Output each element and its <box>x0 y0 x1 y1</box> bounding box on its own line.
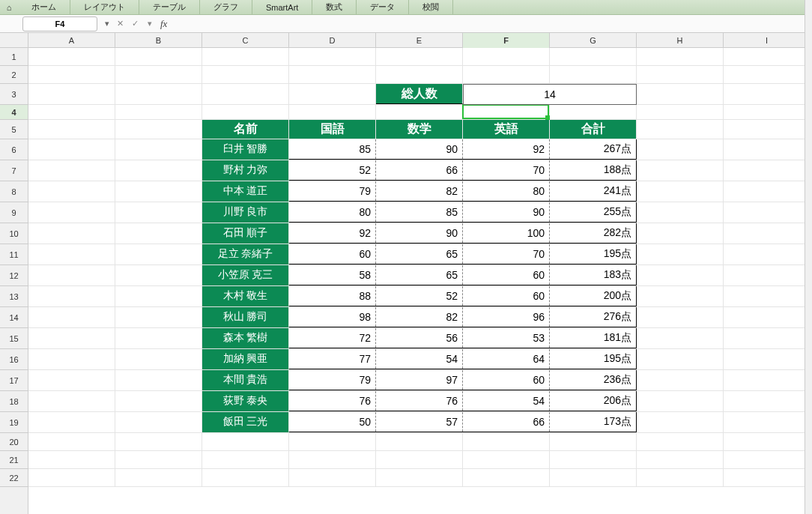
row-header-16[interactable]: 16 <box>0 349 28 370</box>
cell-I21[interactable] <box>724 451 811 468</box>
cell-G20[interactable] <box>550 433 637 450</box>
cell-I10[interactable] <box>724 223 811 244</box>
cell-A3[interactable] <box>28 84 115 104</box>
cell-F7[interactable]: 70 <box>463 160 550 181</box>
cell-G4[interactable] <box>550 105 637 119</box>
fx-icon[interactable]: fx <box>160 18 167 30</box>
cell-A21[interactable] <box>28 451 115 468</box>
cell-I18[interactable] <box>724 391 811 411</box>
cell-C8[interactable]: 中本 道正 <box>202 181 289 202</box>
cell-I8[interactable] <box>724 181 811 202</box>
cell-B1[interactable] <box>115 48 202 65</box>
col-header-C[interactable]: C <box>202 33 289 48</box>
cell-H5[interactable] <box>637 120 724 139</box>
cell-C22[interactable] <box>202 469 289 486</box>
cell-F1[interactable] <box>463 48 550 65</box>
cell-F2[interactable] <box>463 66 550 83</box>
cell-H20[interactable] <box>637 433 724 450</box>
cell-H18[interactable] <box>637 391 724 411</box>
cell-I7[interactable] <box>724 160 811 181</box>
cell-G7[interactable]: 188点 <box>550 160 637 181</box>
cell-B9[interactable] <box>115 202 202 223</box>
cell-C15[interactable]: 森本 繁樹 <box>202 328 289 348</box>
cell-F11[interactable]: 70 <box>463 244 550 264</box>
cell-F17[interactable]: 60 <box>463 370 550 390</box>
cell-F21[interactable] <box>463 451 550 468</box>
cell-A8[interactable] <box>28 181 115 202</box>
cell-H2[interactable] <box>637 66 724 83</box>
col-header-I[interactable]: I <box>724 33 811 48</box>
cell-E3[interactable]: 総人数 <box>376 84 463 104</box>
cell-G1[interactable] <box>550 48 637 65</box>
cell-D1[interactable] <box>289 48 376 65</box>
cell-G11[interactable]: 195点 <box>550 244 637 264</box>
cell-G13[interactable]: 200点 <box>550 286 637 306</box>
cell-F22[interactable] <box>463 469 550 486</box>
cell-B16[interactable] <box>115 349 202 369</box>
cell-C19[interactable]: 飯田 三光 <box>202 412 289 432</box>
cell-B7[interactable] <box>115 160 202 181</box>
col-header-A[interactable]: A <box>28 33 115 48</box>
cell-H6[interactable] <box>637 139 724 160</box>
cell-E18[interactable]: 76 <box>376 391 463 411</box>
cell-E10[interactable]: 90 <box>376 223 463 244</box>
ribbon-tab-2[interactable]: テーブル <box>139 0 200 14</box>
cell-D9[interactable]: 80 <box>289 202 376 223</box>
cell-D16[interactable]: 77 <box>289 349 376 369</box>
cell-F5[interactable]: 英語 <box>463 120 550 139</box>
cell-E9[interactable]: 85 <box>376 202 463 223</box>
cell-C14[interactable]: 秋山 勝司 <box>202 307 289 327</box>
cell-F13[interactable]: 60 <box>463 286 550 306</box>
cell-D22[interactable] <box>289 469 376 486</box>
ribbon-tab-1[interactable]: レイアウト <box>70 0 139 14</box>
cell-H8[interactable] <box>637 181 724 202</box>
ribbon-tab-3[interactable]: グラフ <box>200 0 252 14</box>
cell-A12[interactable] <box>28 265 115 285</box>
cell-I20[interactable] <box>724 433 811 450</box>
row-header-12[interactable]: 12 <box>0 265 28 286</box>
col-header-E[interactable]: E <box>376 33 463 48</box>
col-header-F[interactable]: F <box>463 33 550 48</box>
cell-A17[interactable] <box>28 370 115 390</box>
cell-H9[interactable] <box>637 202 724 223</box>
cell-C18[interactable]: 荻野 泰央 <box>202 391 289 411</box>
cell-H13[interactable] <box>637 286 724 306</box>
cell-D10[interactable]: 92 <box>289 223 376 244</box>
cell-B19[interactable] <box>115 412 202 432</box>
row-header-22[interactable]: 22 <box>0 469 28 487</box>
cell-E16[interactable]: 54 <box>376 349 463 369</box>
cell-H22[interactable] <box>637 469 724 486</box>
cell-I14[interactable] <box>724 307 811 327</box>
cell-B13[interactable] <box>115 286 202 306</box>
cell-A15[interactable] <box>28 328 115 348</box>
cell-C20[interactable] <box>202 433 289 450</box>
cell-A2[interactable] <box>28 66 115 83</box>
cell-A5[interactable] <box>28 120 115 139</box>
cell-D3[interactable] <box>289 84 376 104</box>
cell-H21[interactable] <box>637 451 724 468</box>
cell-B8[interactable] <box>115 181 202 202</box>
cell-D2[interactable] <box>289 66 376 83</box>
row-header-13[interactable]: 13 <box>0 286 28 307</box>
cell-C21[interactable] <box>202 451 289 468</box>
cell-G2[interactable] <box>550 66 637 83</box>
cell-I6[interactable] <box>724 139 811 160</box>
cell-F14[interactable]: 96 <box>463 307 550 327</box>
cell-H17[interactable] <box>637 370 724 390</box>
cell-E2[interactable] <box>376 66 463 83</box>
cell-F15[interactable]: 53 <box>463 328 550 348</box>
cell-D12[interactable]: 58 <box>289 265 376 285</box>
cell-A10[interactable] <box>28 223 115 244</box>
cell-H1[interactable] <box>637 48 724 65</box>
row-header-3[interactable]: 3 <box>0 84 28 105</box>
cell-F8[interactable]: 80 <box>463 181 550 202</box>
cell-G15[interactable]: 181点 <box>550 328 637 348</box>
cell-E15[interactable]: 56 <box>376 328 463 348</box>
row-header-8[interactable]: 8 <box>0 181 28 202</box>
cell-C7[interactable]: 野村 力弥 <box>202 160 289 181</box>
row-header-10[interactable]: 10 <box>0 223 28 244</box>
cell-I11[interactable] <box>724 244 811 264</box>
cell-D7[interactable]: 52 <box>289 160 376 181</box>
cell-D8[interactable]: 79 <box>289 181 376 202</box>
row-header-1[interactable]: 1 <box>0 48 28 66</box>
